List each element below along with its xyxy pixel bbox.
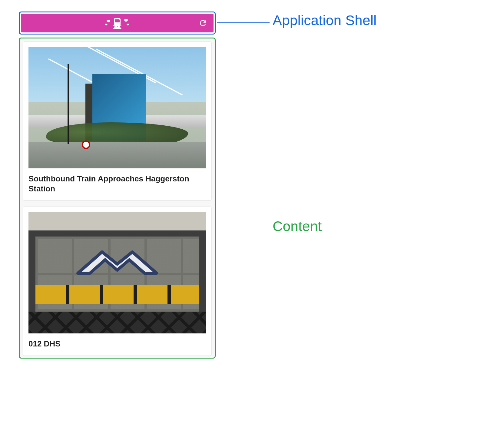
svg-marker-5 xyxy=(113,27,122,29)
card-image xyxy=(28,212,206,333)
app-header xyxy=(21,14,214,32)
annotation-content-label: Content xyxy=(273,218,322,234)
application-shell-region xyxy=(19,12,216,35)
content-card[interactable]: 012 DHS xyxy=(23,207,212,356)
refresh-icon[interactable] xyxy=(198,18,207,28)
rail-logo-icon xyxy=(69,240,166,286)
annotation-leader-line xyxy=(217,22,270,23)
card-title: Southbound Train Approaches Haggerston S… xyxy=(28,174,206,194)
content-region: Southbound Train Approaches Haggerston S… xyxy=(19,38,216,359)
card-title: 012 DHS xyxy=(28,339,206,349)
annotation-shell-label: Application Shell xyxy=(273,12,377,28)
content-card[interactable]: Southbound Train Approaches Haggerston S… xyxy=(23,41,212,200)
svg-rect-4 xyxy=(113,25,121,26)
annotation-leader-line xyxy=(217,228,270,228)
train-hearts-icon xyxy=(104,16,130,30)
svg-rect-1 xyxy=(115,19,120,22)
card-image xyxy=(28,47,206,168)
